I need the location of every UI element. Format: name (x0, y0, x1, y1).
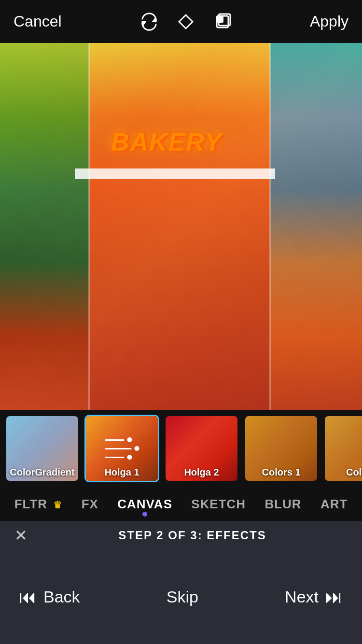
settings-dot-3 (127, 455, 132, 460)
filter-label-holga1: Holga 1 (86, 467, 158, 478)
svg-rect-4 (217, 16, 223, 23)
step-text: STEP 2 OF 3: EFFECTS (37, 529, 348, 542)
photo-left-overlay (0, 43, 89, 410)
back-label: Back (43, 588, 80, 606)
filter-label-holga2: Holga 2 (166, 467, 237, 478)
settings-line-1 (105, 437, 139, 442)
svg-marker-1 (180, 16, 192, 28)
apply-button[interactable]: Apply (310, 13, 348, 30)
back-arrow-icon: ⏮ (19, 587, 37, 607)
category-tab-bar: FLTR ♛ FX CANVAS SKETCH BLUR ART (0, 487, 362, 521)
tab-art[interactable]: ART (317, 497, 351, 512)
filter-thumb-holga1[interactable]: Holga 1 (84, 415, 159, 482)
filter-label-colorgradient: ColorGradient (6, 467, 78, 478)
photo-canvas: BAKERY (0, 43, 362, 410)
tab-fltr[interactable]: FLTR ♛ (11, 497, 67, 512)
tab-blur[interactable]: BLUR (261, 497, 305, 512)
next-arrow-icon: ⏭ (325, 587, 343, 607)
tab-fx-label: FX (82, 497, 98, 511)
glitch-band (75, 168, 275, 179)
crown-icon: ♛ (53, 500, 62, 510)
tab-fltr-label: FLTR (14, 497, 48, 511)
vertical-divider-2 (269, 43, 271, 410)
toolbar-icons (139, 11, 233, 32)
filter-thumbnail-row: ColorGradient Holga 1 Holga 2 Colors (0, 410, 362, 487)
filter-thumb-colors1[interactable]: Colors 1 (244, 415, 319, 482)
settings-line-2 (105, 446, 139, 451)
image-canvas-area: BAKERY (0, 43, 362, 410)
skip-button[interactable]: Skip (167, 588, 198, 606)
back-button[interactable]: ⏮ Back (19, 587, 80, 607)
filter-thumb-colors2[interactable]: Colo... (323, 415, 362, 482)
step-close-button[interactable]: ✕ (14, 526, 28, 545)
tab-canvas-label: CANVAS (117, 497, 172, 511)
bakery-neon-text: BAKERY (111, 127, 223, 156)
next-button[interactable]: Next ⏭ (285, 587, 343, 607)
step-banner: ✕ STEP 2 OF 3: EFFECTS (0, 521, 362, 550)
tab-sketch[interactable]: SKETCH (187, 497, 250, 512)
settings-line-3 (105, 455, 139, 460)
photo-center-overlay (89, 43, 270, 410)
tab-art-label: ART (320, 497, 348, 511)
filter-thumb-colorgradient[interactable]: ColorGradient (5, 415, 80, 482)
settings-dot-2 (134, 446, 139, 451)
active-tab-indicator (142, 512, 147, 517)
filter-label-colors1: Colors 1 (245, 467, 317, 478)
bottom-navigation: ⏮ Back Skip Next ⏭ (0, 550, 362, 644)
layers-icon[interactable] (212, 11, 233, 32)
filter-thumb-holga2[interactable]: Holga 2 (164, 415, 239, 482)
tab-fx[interactable]: FX (78, 497, 102, 512)
tab-sketch-label: SKETCH (191, 497, 246, 511)
filter-label-colors2: Colo... (325, 467, 362, 478)
cancel-button[interactable]: Cancel (14, 13, 62, 30)
repeat-icon[interactable] (139, 11, 160, 32)
tab-canvas[interactable]: CANVAS (113, 497, 176, 512)
next-label: Next (285, 588, 319, 606)
settings-dot-1 (127, 437, 132, 442)
settings-overlay (105, 437, 139, 460)
skip-label: Skip (167, 588, 198, 606)
eraser-icon[interactable] (175, 11, 196, 32)
photo-right-overlay (270, 43, 362, 410)
tab-blur-label: BLUR (265, 497, 301, 511)
vertical-divider-1 (88, 43, 90, 410)
top-bar: Cancel Apply (0, 0, 362, 43)
